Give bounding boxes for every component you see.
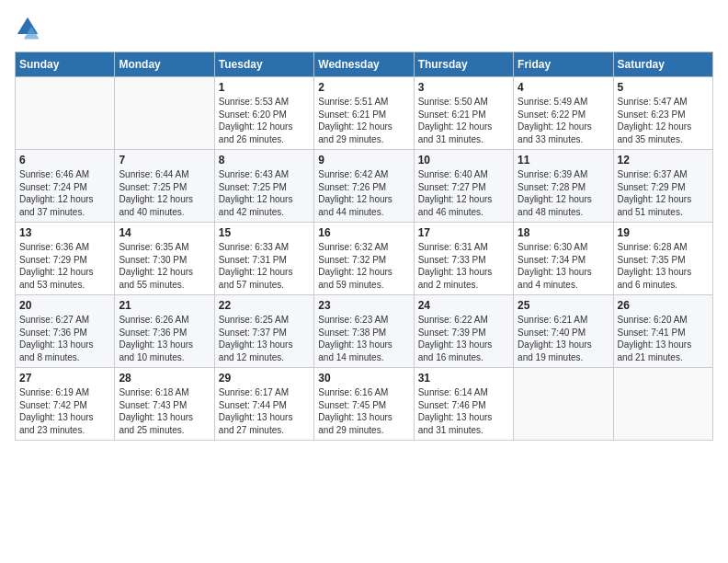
week-row-3: 13Sunrise: 6:36 AM Sunset: 7:29 PM Dayli… — [16, 223, 713, 295]
day-info: Sunrise: 6:17 AM Sunset: 7:44 PM Dayligh… — [219, 386, 310, 436]
day-number: 12 — [618, 154, 709, 167]
calendar-cell: 21Sunrise: 6:26 AM Sunset: 7:36 PM Dayli… — [115, 295, 214, 368]
calendar-cell: 6Sunrise: 6:46 AM Sunset: 7:24 PM Daylig… — [16, 150, 115, 223]
calendar-cell: 9Sunrise: 6:42 AM Sunset: 7:26 PM Daylig… — [314, 150, 414, 223]
day-number: 1 — [219, 81, 310, 94]
calendar-cell: 15Sunrise: 6:33 AM Sunset: 7:31 PM Dayli… — [214, 223, 313, 295]
day-header-wednesday: Wednesday — [314, 52, 414, 77]
calendar-cell — [514, 368, 613, 441]
page-header — [15, 15, 713, 40]
day-info: Sunrise: 6:21 AM Sunset: 7:40 PM Dayligh… — [518, 314, 609, 363]
calendar-table: SundayMondayTuesdayWednesdayThursdayFrid… — [15, 52, 713, 441]
day-info: Sunrise: 6:18 AM Sunset: 7:43 PM Dayligh… — [119, 386, 210, 436]
calendar-cell: 27Sunrise: 6:19 AM Sunset: 7:42 PM Dayli… — [16, 368, 115, 441]
calendar-cell — [16, 77, 115, 150]
day-number: 19 — [618, 226, 709, 239]
day-number: 13 — [19, 226, 110, 239]
calendar-cell: 2Sunrise: 5:51 AM Sunset: 6:21 PM Daylig… — [314, 77, 414, 150]
calendar-cell: 25Sunrise: 6:21 AM Sunset: 7:40 PM Dayli… — [514, 295, 613, 368]
day-header-tuesday: Tuesday — [214, 52, 313, 77]
calendar-cell: 17Sunrise: 6:31 AM Sunset: 7:33 PM Dayli… — [414, 223, 513, 295]
calendar-cell: 1Sunrise: 5:53 AM Sunset: 6:20 PM Daylig… — [214, 77, 313, 150]
day-info: Sunrise: 6:30 AM Sunset: 7:34 PM Dayligh… — [518, 241, 609, 291]
calendar-cell: 18Sunrise: 6:30 AM Sunset: 7:34 PM Dayli… — [514, 223, 613, 295]
logo — [15, 15, 44, 40]
day-header-sunday: Sunday — [16, 52, 115, 77]
calendar-cell: 16Sunrise: 6:32 AM Sunset: 7:32 PM Dayli… — [314, 223, 414, 295]
day-info: Sunrise: 6:37 AM Sunset: 7:29 PM Dayligh… — [618, 168, 709, 218]
day-number: 20 — [19, 299, 110, 312]
calendar-cell: 29Sunrise: 6:17 AM Sunset: 7:44 PM Dayli… — [214, 368, 313, 441]
calendar-cell — [115, 77, 214, 150]
day-number: 6 — [19, 154, 110, 167]
week-row-5: 27Sunrise: 6:19 AM Sunset: 7:42 PM Dayli… — [16, 368, 713, 441]
day-number: 30 — [318, 372, 409, 385]
calendar-cell: 5Sunrise: 5:47 AM Sunset: 6:23 PM Daylig… — [613, 77, 712, 150]
day-info: Sunrise: 6:26 AM Sunset: 7:36 PM Dayligh… — [119, 314, 210, 363]
calendar-cell: 31Sunrise: 6:14 AM Sunset: 7:46 PM Dayli… — [414, 368, 513, 441]
day-info: Sunrise: 5:51 AM Sunset: 6:21 PM Dayligh… — [318, 96, 409, 145]
day-info: Sunrise: 6:46 AM Sunset: 7:24 PM Dayligh… — [19, 168, 110, 218]
day-header-saturday: Saturday — [613, 52, 712, 77]
day-number: 8 — [219, 154, 310, 167]
calendar-cell: 3Sunrise: 5:50 AM Sunset: 6:21 PM Daylig… — [414, 77, 513, 150]
week-row-4: 20Sunrise: 6:27 AM Sunset: 7:36 PM Dayli… — [16, 295, 713, 368]
calendar-cell: 14Sunrise: 6:35 AM Sunset: 7:30 PM Dayli… — [115, 223, 214, 295]
day-info: Sunrise: 6:27 AM Sunset: 7:36 PM Dayligh… — [19, 314, 110, 363]
day-info: Sunrise: 6:44 AM Sunset: 7:25 PM Dayligh… — [119, 168, 210, 218]
day-number: 18 — [518, 226, 609, 239]
day-header-friday: Friday — [514, 52, 613, 77]
day-number: 7 — [119, 154, 210, 167]
logo-icon — [15, 15, 40, 40]
day-number: 28 — [119, 372, 210, 385]
day-info: Sunrise: 5:53 AM Sunset: 6:20 PM Dayligh… — [219, 96, 310, 145]
day-number: 3 — [418, 81, 509, 94]
day-info: Sunrise: 6:19 AM Sunset: 7:42 PM Dayligh… — [19, 386, 110, 436]
calendar-cell: 26Sunrise: 6:20 AM Sunset: 7:41 PM Dayli… — [613, 295, 712, 368]
day-number: 24 — [418, 299, 509, 312]
day-info: Sunrise: 6:35 AM Sunset: 7:30 PM Dayligh… — [119, 241, 210, 291]
day-number: 31 — [418, 372, 509, 385]
days-header-row: SundayMondayTuesdayWednesdayThursdayFrid… — [16, 52, 713, 77]
day-header-monday: Monday — [115, 52, 214, 77]
day-number: 16 — [318, 226, 409, 239]
calendar-cell: 12Sunrise: 6:37 AM Sunset: 7:29 PM Dayli… — [613, 150, 712, 223]
day-number: 25 — [518, 299, 609, 312]
day-info: Sunrise: 6:33 AM Sunset: 7:31 PM Dayligh… — [219, 241, 310, 291]
calendar-cell: 4Sunrise: 5:49 AM Sunset: 6:22 PM Daylig… — [514, 77, 613, 150]
day-info: Sunrise: 6:31 AM Sunset: 7:33 PM Dayligh… — [418, 241, 509, 291]
day-number: 4 — [518, 81, 609, 94]
calendar-cell: 22Sunrise: 6:25 AM Sunset: 7:37 PM Dayli… — [214, 295, 313, 368]
day-info: Sunrise: 6:40 AM Sunset: 7:27 PM Dayligh… — [418, 168, 509, 218]
day-number: 23 — [318, 299, 409, 312]
day-info: Sunrise: 5:50 AM Sunset: 6:21 PM Dayligh… — [418, 96, 509, 145]
day-number: 15 — [219, 226, 310, 239]
day-number: 10 — [418, 154, 509, 167]
day-info: Sunrise: 6:42 AM Sunset: 7:26 PM Dayligh… — [318, 168, 409, 218]
week-row-2: 6Sunrise: 6:46 AM Sunset: 7:24 PM Daylig… — [16, 150, 713, 223]
svg-marker-0 — [17, 17, 38, 34]
day-info: Sunrise: 6:36 AM Sunset: 7:29 PM Dayligh… — [19, 241, 110, 291]
day-info: Sunrise: 6:20 AM Sunset: 7:41 PM Dayligh… — [618, 314, 709, 363]
calendar-cell: 8Sunrise: 6:43 AM Sunset: 7:25 PM Daylig… — [214, 150, 313, 223]
calendar-cell: 20Sunrise: 6:27 AM Sunset: 7:36 PM Dayli… — [16, 295, 115, 368]
calendar-cell: 10Sunrise: 6:40 AM Sunset: 7:27 PM Dayli… — [414, 150, 513, 223]
calendar-cell: 7Sunrise: 6:44 AM Sunset: 7:25 PM Daylig… — [115, 150, 214, 223]
day-number: 14 — [119, 226, 210, 239]
day-number: 11 — [518, 154, 609, 167]
day-number: 2 — [318, 81, 409, 94]
day-number: 22 — [219, 299, 310, 312]
day-info: Sunrise: 5:49 AM Sunset: 6:22 PM Dayligh… — [518, 96, 609, 145]
day-header-thursday: Thursday — [414, 52, 513, 77]
calendar-cell: 13Sunrise: 6:36 AM Sunset: 7:29 PM Dayli… — [16, 223, 115, 295]
day-number: 17 — [418, 226, 509, 239]
calendar-cell: 23Sunrise: 6:23 AM Sunset: 7:38 PM Dayli… — [314, 295, 414, 368]
day-info: Sunrise: 6:16 AM Sunset: 7:45 PM Dayligh… — [318, 386, 409, 436]
calendar-cell: 24Sunrise: 6:22 AM Sunset: 7:39 PM Dayli… — [414, 295, 513, 368]
day-number: 9 — [318, 154, 409, 167]
day-info: Sunrise: 5:47 AM Sunset: 6:23 PM Dayligh… — [618, 96, 709, 145]
day-number: 21 — [119, 299, 210, 312]
day-info: Sunrise: 6:43 AM Sunset: 7:25 PM Dayligh… — [219, 168, 310, 218]
day-info: Sunrise: 6:39 AM Sunset: 7:28 PM Dayligh… — [518, 168, 609, 218]
day-number: 29 — [219, 372, 310, 385]
